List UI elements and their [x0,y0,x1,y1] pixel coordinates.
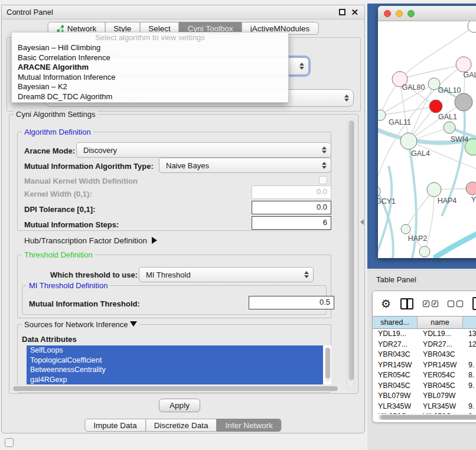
manual-kernel-checkbox[interactable] [319,176,327,184]
cyni-settings-title: Cyni Algorithm Settings [14,110,97,119]
node-label: GAL4 [411,149,430,158]
list-scrollbar[interactable] [325,347,331,382]
table-cell: YPR145W [418,360,463,371]
tab-discretize-data[interactable]: Discretize Data [145,419,217,432]
table-row[interactable]: YIL052CYIL052C0. [373,412,476,414]
table-column-header[interactable]: name [418,316,463,329]
tab-impute-data[interactable]: Impute Data [84,419,146,432]
data-attributes-list[interactable]: SelfLoopsTopologicalCoefficientBetweenne… [27,345,331,384]
collapse-down-icon[interactable] [130,321,137,327]
network-node[interactable] [456,57,471,72]
network-node[interactable] [427,182,441,197]
settings-vscrollbar[interactable] [347,118,354,389]
kernel-width-field[interactable]: 0.0 [252,185,331,199]
table-cell [463,391,476,402]
attribute-list-item[interactable]: SelfLoops [27,345,323,356]
algorithm-popup-item[interactable]: Bayesian – K2 [12,82,288,92]
float-window-icon[interactable] [339,9,345,15]
network-node[interactable] [468,21,476,32]
table-cell: YLR345W [418,402,463,412]
attribute-list-item[interactable]: BetweennessCentrality [27,365,323,375]
table-row[interactable]: YDR27...YDR27...12 [373,340,476,350]
node-label: GAL [463,71,476,79]
table-row[interactable]: YBL079WYBL079W [373,391,476,402]
expand-right-icon[interactable] [152,237,157,244]
algorithm-popup-item[interactable]: Bayesian – Hill Climbing [12,43,288,53]
tab-infer-network[interactable]: Infer Network [216,419,281,432]
table-cell: 8. [463,370,476,381]
which-threshold-combo[interactable]: MI Threshold [139,267,314,282]
network-node[interactable] [429,100,442,113]
kernel-width-label: Kernel Width (0,1): [24,190,92,198]
network-window-titlebar[interactable] [378,6,476,21]
chevron-updown-icon [344,94,349,102]
popup-prompt: Select algorithm to view settings [12,33,288,43]
table-cell: YIL052C [418,412,463,414]
chevron-updown-icon [304,271,309,278]
network-node[interactable] [400,133,417,149]
minimize-traffic-icon[interactable] [396,10,403,17]
attribute-list-item[interactable]: gal4RGexp [27,375,323,385]
network-edge[interactable] [380,106,436,115]
network-edge[interactable] [378,166,392,258]
mi-threshold-field[interactable]: 0.5 [249,296,334,309]
floating-panel-icon[interactable] [5,438,14,447]
table-cell: YBR045C [418,381,463,392]
network-node[interactable] [378,110,386,120]
table-cell: 9. [463,360,476,371]
close-traffic-icon[interactable] [384,10,391,17]
gear-icon[interactable]: ⚙ [381,297,391,311]
table-row[interactable]: YBR045CYBR045C9. [373,381,476,392]
hub-definition-label[interactable]: Hub/Transcription Factor Definition [24,236,157,245]
chevron-updown-icon [322,162,327,169]
table-row[interactable]: YLR345WYLR345W9. [373,402,476,412]
table-row[interactable]: YBR043CYBR043C [373,350,476,360]
sources-title[interactable]: Sources for Network Inference [22,320,139,329]
algorithm-popup-item[interactable]: Basic Correlation Inference [12,53,288,63]
split-view-icon[interactable] [400,298,413,309]
mi-steps-field[interactable]: 6 [252,216,331,230]
checked-boxes-icon[interactable]: ✓✓ [423,301,438,307]
mi-type-combo[interactable]: Naive Bayes [159,158,331,173]
table-cell: 12 [463,340,476,350]
table-column-header[interactable]: shared... [373,316,418,329]
table-column-header[interactable]: A [463,316,476,329]
network-node[interactable] [455,93,472,111]
network-node[interactable] [466,182,476,195]
node-label: GAL11 [389,118,411,126]
dpi-tolerance-field[interactable]: 0.0 [252,201,331,214]
mi-steps-label: Mutual Information Steps: [24,220,119,229]
apply-button[interactable]: Apply [159,399,200,412]
network-node[interactable] [444,122,455,133]
split-pane-collapse-icon[interactable] [360,219,364,225]
table-row[interactable]: YER054CYER054C8. [373,370,476,381]
network-node[interactable] [401,224,410,234]
attribute-list-item[interactable]: TopologicalCoefficient [27,356,323,366]
document-icon[interactable] [472,297,476,310]
table-hscrollbar[interactable] [379,415,476,420]
manual-kernel-label: Manual Kernel Width Definition [24,177,138,185]
settings-hscrollbar[interactable] [11,385,342,392]
table-row[interactable]: YDL19...YDL19...13 [373,329,476,340]
mi-threshold-title: MI Threshold Definition [27,281,110,290]
table-card: ⚙ ✓✓ shared...nameA YDL19...YDL19...13YD… [372,291,476,423]
table-row[interactable]: YPR145WYPR145W9. [373,360,476,371]
aracne-mode-combo[interactable]: Discovery [76,142,331,158]
aracne-mode-value: Discovery [83,146,117,155]
close-icon[interactable]: ✕ [351,7,358,18]
table-cell: YER054C [373,370,418,381]
network-edge[interactable] [434,222,476,258]
algorithm-popup-item[interactable]: Dream8 DC_TDC Algorithm [12,92,288,102]
algorithm-popup-item[interactable]: Mutual Information Inference [12,73,288,83]
network-node[interactable] [419,246,430,257]
network-canvas[interactable]: GALGAL80GAL10GAL1GAL11SWI4GAL4GCY1HAP4YH… [378,21,476,258]
chevron-updown-icon [299,63,304,70]
unchecked-boxes-icon[interactable] [448,301,463,307]
table-cell: YDR27... [373,340,418,350]
table-cell: YBL079W [373,391,418,402]
bottom-tab-bar: Impute DataDiscretize DataInfer Network [84,419,281,432]
zoom-traffic-icon[interactable] [407,10,415,17]
network-view-window[interactable]: GALGAL80GAL10GAL1GAL11SWI4GAL4GCY1HAP4YH… [378,6,476,258]
algorithm-popup-item[interactable]: ARACNE Algorithm [12,63,288,73]
control-panel-window: Control Panel ✕ NetworkStyleSelectCyni T… [1,5,365,433]
